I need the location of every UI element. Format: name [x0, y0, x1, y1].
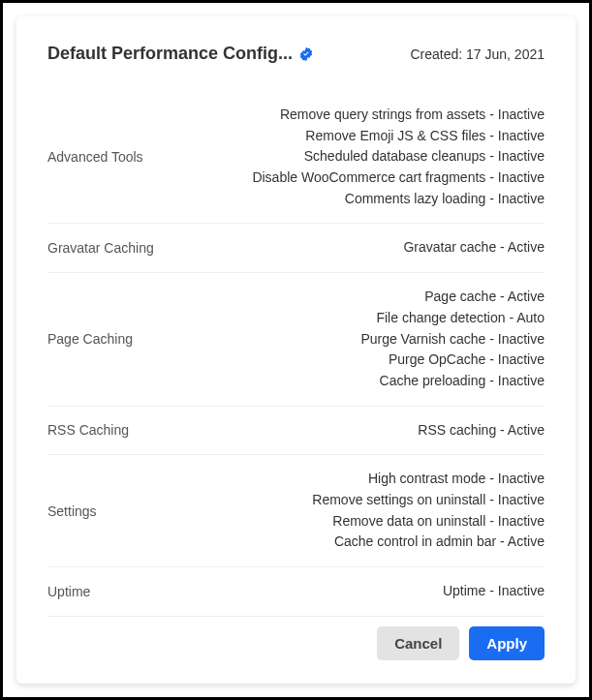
- section-row: Page CachingPage cache - ActiveFile chan…: [47, 273, 545, 406]
- section-row: Gravatar CachingGravatar cache - Active: [47, 224, 545, 273]
- setting-line: Remove query strings from assets - Inact…: [143, 105, 545, 126]
- section-row: RSS CachingRSS caching - Active: [47, 407, 545, 456]
- sections-list: Advanced ToolsRemove query strings from …: [47, 91, 545, 617]
- setting-line: Remove Emoji JS & CSS files - Inactive: [143, 126, 545, 147]
- setting-line: High contrast mode - Inactive: [97, 469, 545, 490]
- section-label: Gravatar Caching: [47, 240, 154, 256]
- setting-line: Comments lazy loading - Inactive: [143, 189, 545, 210]
- setting-line: File change detection - Auto: [133, 308, 545, 329]
- dialog-header: Default Performance Config... Created: 1…: [47, 44, 545, 64]
- setting-line: Remove settings on uninstall - Inactive: [97, 490, 545, 511]
- setting-line: Uptime - Inactive: [90, 581, 545, 602]
- setting-line: Cache preloading - Inactive: [133, 371, 545, 392]
- setting-line: Page cache - Active: [133, 287, 545, 308]
- setting-line: Scheduled database cleanups - Inactive: [143, 146, 545, 167]
- setting-line: RSS caching - Active: [129, 420, 545, 441]
- created-meta: Created: 17 Jun, 2021: [410, 46, 545, 62]
- section-label: Settings: [47, 503, 97, 519]
- setting-line: Remove data on uninstall - Inactive: [97, 511, 545, 533]
- section-label: Advanced Tools: [47, 149, 143, 165]
- config-title: Default Performance Config...: [47, 44, 293, 64]
- section-values: Page cache - ActiveFile change detection…: [133, 287, 545, 391]
- verified-icon: [298, 46, 314, 62]
- section-label: RSS Caching: [47, 422, 129, 438]
- section-row: SettingsHigh contrast mode - InactiveRem…: [47, 455, 545, 567]
- apply-button[interactable]: Apply: [469, 626, 545, 660]
- section-label: Uptime: [47, 584, 90, 599]
- setting-line: Cache control in admin bar - Active: [97, 532, 545, 553]
- section-values: High contrast mode - InactiveRemove sett…: [97, 469, 545, 553]
- created-date: 17 Jun, 2021: [466, 46, 545, 62]
- cancel-button[interactable]: Cancel: [377, 626, 459, 660]
- dialog-footer: Cancel Apply: [377, 626, 545, 660]
- section-row: Advanced ToolsRemove query strings from …: [47, 91, 545, 224]
- section-values: Remove query strings from assets - Inact…: [143, 105, 545, 209]
- setting-line: Purge Varnish cache - Inactive: [133, 329, 545, 350]
- setting-line: Gravatar cache - Active: [154, 237, 545, 259]
- setting-line: Purge OpCache - Inactive: [133, 350, 545, 371]
- section-values: RSS caching - Active: [129, 420, 545, 441]
- created-label: Created:: [410, 46, 462, 62]
- config-dialog: Default Performance Config... Created: 1…: [16, 16, 576, 684]
- setting-line: Disable WooCommerce cart fragments - Ina…: [143, 167, 545, 189]
- section-row: UptimeUptime - Inactive: [47, 567, 545, 617]
- section-values: Uptime - Inactive: [90, 581, 545, 602]
- title-group: Default Performance Config...: [47, 44, 314, 64]
- section-values: Gravatar cache - Active: [154, 237, 545, 259]
- section-label: Page Caching: [47, 331, 133, 347]
